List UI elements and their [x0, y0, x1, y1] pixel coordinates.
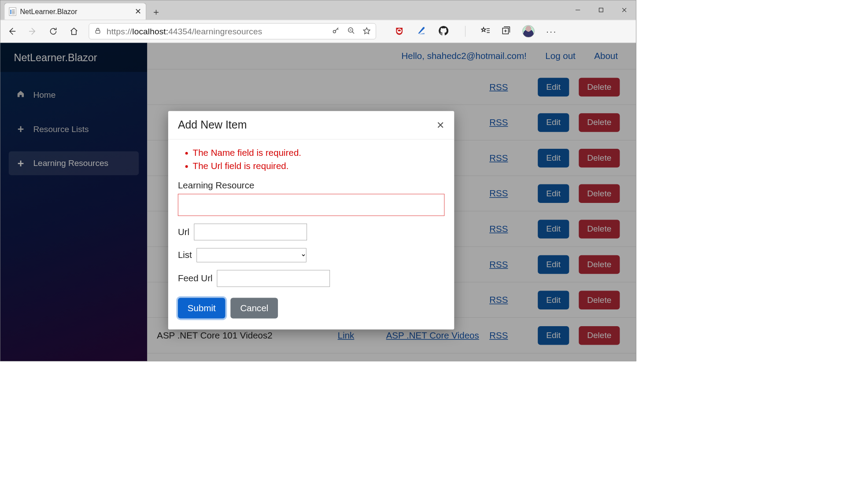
validation-error: The Url field is required.	[193, 160, 445, 173]
svg-marker-17	[481, 27, 486, 32]
github-icon[interactable]	[439, 26, 448, 37]
browser-titlebar: NetLearner.Blazor ✕ ＋	[0, 0, 636, 20]
edit-button[interactable]: Edit	[538, 77, 569, 96]
delete-button[interactable]: Delete	[579, 291, 620, 309]
edit-button[interactable]: Edit	[538, 113, 569, 132]
zoom-out-icon[interactable]	[347, 27, 355, 36]
list-label: List	[178, 250, 192, 260]
window-close-button[interactable]	[613, 0, 636, 20]
feather-icon[interactable]	[417, 26, 426, 37]
delete-button[interactable]: Delete	[579, 255, 620, 274]
topbar: Hello, shahedc2@hotmail.com! Log out Abo…	[147, 43, 636, 69]
greeting-link[interactable]: Hello, shahedc2@hotmail.com!	[401, 51, 526, 61]
favorite-star-icon[interactable]	[363, 27, 371, 36]
row-rss-link[interactable]: RSS	[489, 259, 528, 269]
feed-url-input[interactable]	[217, 270, 330, 287]
list-select[interactable]	[196, 248, 306, 262]
url-text: https://localhost:44354/learningresource…	[107, 26, 262, 37]
edit-button[interactable]: Edit	[538, 220, 569, 239]
window-minimize-button[interactable]	[566, 0, 590, 20]
key-icon[interactable]	[332, 27, 340, 36]
edit-button[interactable]: Edit	[538, 149, 569, 168]
row-name: ASP .NET Core 101 Videos2	[157, 330, 328, 340]
url-label: Url	[178, 227, 189, 237]
brand-title: NetLearner.Blazor	[0, 43, 148, 72]
home-icon	[16, 89, 26, 100]
window-maximize-button[interactable]	[589, 0, 613, 20]
svg-line-11	[352, 32, 354, 33]
plus-icon: +	[16, 123, 26, 136]
cancel-button[interactable]: Cancel	[230, 298, 278, 319]
sidebar-item-resource-lists[interactable]: + Resource Lists	[9, 117, 139, 141]
svg-marker-13	[363, 28, 370, 34]
sidebar-item-home[interactable]: Home	[9, 83, 139, 107]
row-rss-link[interactable]: RSS	[489, 82, 528, 92]
new-tab-button[interactable]: ＋	[149, 5, 162, 18]
name-label: Learning Resource	[178, 180, 444, 191]
delete-button[interactable]: Delete	[579, 326, 620, 345]
delete-button[interactable]: Delete	[579, 149, 620, 168]
svg-line-9	[337, 29, 338, 29]
delete-button[interactable]: Delete	[579, 113, 620, 132]
collections-icon[interactable]	[502, 26, 511, 36]
dialog-title: Add New Item	[178, 119, 247, 132]
name-input[interactable]	[178, 194, 444, 216]
row-rss-link[interactable]: RSS	[489, 117, 528, 127]
ublock-icon[interactable]	[395, 27, 404, 36]
plus-icon: +	[16, 157, 26, 170]
row-type-link[interactable]: Link	[338, 330, 377, 340]
row-list-link[interactable]: ASP .NET Core Videos	[386, 330, 480, 340]
tab-favicon	[9, 7, 16, 15]
sidebar-item-label: Home	[33, 90, 55, 100]
favorites-list-icon[interactable]	[481, 26, 490, 36]
sidebar-item-label: Learning Resources	[33, 158, 108, 169]
browser-toolbar: https://localhost:44354/learningresource…	[0, 20, 636, 43]
address-bar[interactable]: https://localhost:44354/learningresource…	[89, 23, 376, 40]
edit-button[interactable]: Edit	[538, 291, 569, 309]
row-rss-link[interactable]: RSS	[489, 295, 528, 305]
nav-refresh-button[interactable]	[48, 26, 59, 37]
validation-errors: The Name field is required. The Url fiel…	[178, 147, 444, 173]
about-link[interactable]: About	[594, 51, 618, 61]
svg-point-7	[333, 30, 336, 33]
sidebar: NetLearner.Blazor Home + Resource Lists …	[0, 43, 148, 361]
svg-rect-6	[96, 30, 100, 33]
add-new-item-dialog: Add New Item ✕ The Name field is require…	[168, 111, 454, 329]
nav-back-button[interactable]	[6, 26, 18, 37]
window-controls	[566, 0, 636, 20]
feed-url-label: Feed Url	[178, 273, 213, 283]
row-rss-link[interactable]: RSS	[489, 153, 528, 163]
sidebar-item-label: Resource Lists	[33, 124, 89, 134]
nav-forward-button[interactable]	[27, 26, 38, 37]
lock-icon	[94, 27, 101, 36]
edit-button[interactable]: Edit	[538, 184, 569, 203]
edit-button[interactable]: Edit	[538, 326, 569, 345]
row-rss-link[interactable]: RSS	[489, 188, 528, 199]
toolbar-separator	[465, 26, 465, 37]
delete-button[interactable]: Delete	[579, 184, 620, 203]
table-row: RSSEditDelete	[147, 70, 636, 105]
row-rss-link[interactable]: RSS	[489, 330, 528, 340]
more-menu-icon[interactable]: ···	[546, 26, 557, 37]
validation-error: The Name field is required.	[193, 147, 445, 160]
delete-button[interactable]: Delete	[579, 220, 620, 239]
nav-home-button[interactable]	[68, 26, 80, 37]
profile-avatar[interactable]	[522, 25, 535, 37]
browser-tab[interactable]: NetLearner.Blazor ✕	[4, 3, 147, 20]
svg-rect-1	[599, 8, 603, 12]
tab-title: NetLearner.Blazor	[20, 7, 131, 15]
dialog-close-icon[interactable]: ✕	[436, 119, 444, 131]
edit-button[interactable]: Edit	[538, 255, 569, 274]
logout-link[interactable]: Log out	[545, 51, 575, 61]
submit-button[interactable]: Submit	[178, 298, 225, 319]
delete-button[interactable]: Delete	[579, 77, 620, 96]
url-input[interactable]	[194, 224, 307, 240]
row-rss-link[interactable]: RSS	[489, 224, 528, 234]
tab-close-icon[interactable]: ✕	[135, 7, 141, 16]
sidebar-item-learning-resources[interactable]: + Learning Resources	[9, 151, 139, 175]
extensions	[395, 26, 469, 37]
